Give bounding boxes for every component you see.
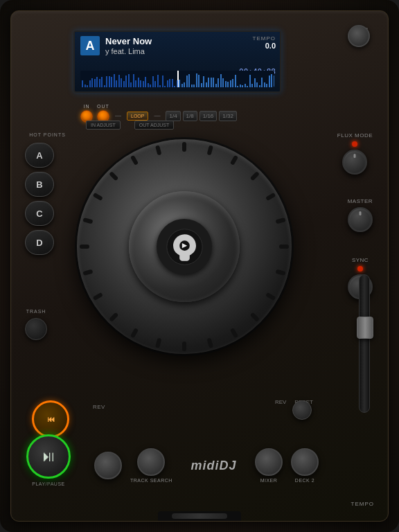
- track-search-knob-2[interactable]: [137, 448, 165, 476]
- main-panel: HELP A Never Now y feat. Lima TEMPO 0.0 …: [10, 10, 389, 522]
- hot-points-panel: HOT POINTS A B C D: [25, 132, 70, 259]
- fader-handle[interactable]: [357, 317, 373, 339]
- hot-point-d[interactable]: D: [25, 230, 54, 255]
- hot-point-a[interactable]: A: [25, 143, 54, 168]
- deck-label: A: [80, 36, 100, 55]
- in-group: IN: [80, 104, 93, 123]
- in-label: IN: [84, 104, 90, 109]
- bottom-grip: [158, 511, 241, 521]
- play-pause-container: PLAY/PAUSE: [26, 434, 71, 486]
- hot-point-c[interactable]: C: [25, 201, 54, 226]
- tempo-section: TEMPO 0.0: [253, 35, 276, 50]
- mixer-knob[interactable]: [255, 448, 283, 476]
- frac-1-4[interactable]: 1/4: [166, 111, 180, 121]
- master-knob[interactable]: [348, 207, 373, 232]
- track-search-group2: TRACK SEARCH: [130, 448, 172, 483]
- sync-label: SYNC: [352, 257, 369, 263]
- fraction-buttons: 1/4 1/8 1/16 1/32: [166, 111, 236, 121]
- deck2-knob[interactable]: [291, 448, 319, 476]
- track-search-label: TRACK SEARCH: [130, 478, 172, 483]
- track-title-line1: Never Now: [105, 36, 231, 47]
- trash-knob[interactable]: [25, 318, 47, 340]
- reset-knob[interactable]: [292, 400, 312, 420]
- frac-1-8[interactable]: 1/8: [183, 111, 197, 121]
- dj-controller: HELP A Never Now y feat. Lima TEMPO 0.0 …: [0, 0, 399, 532]
- loop-dash: —: [115, 112, 121, 119]
- sync-indicator: [357, 266, 363, 272]
- play-pause-label: PLAY/PAUSE: [26, 481, 71, 486]
- track-title-line2: y feat. Lima: [105, 47, 231, 56]
- frac-1-16[interactable]: 1/16: [200, 111, 218, 121]
- tempo-label-display: TEMPO: [253, 35, 276, 42]
- loop-btn[interactable]: LOOP: [127, 112, 148, 121]
- mididj-brand: midiDJ: [181, 459, 247, 473]
- trash-label: TRASH: [26, 309, 46, 314]
- flux-mode-section: FLUX MODE: [337, 132, 373, 177]
- mixer-label: MIXER: [260, 478, 278, 483]
- waveform-container: [80, 71, 274, 87]
- cue-button[interactable]: ⏮: [32, 400, 69, 438]
- dj-logo-icon: [166, 228, 204, 266]
- frac-1-32[interactable]: 1/32: [219, 111, 237, 121]
- master-label: MASTER: [348, 198, 373, 204]
- adjust-controls: IN ADJUST OUT ADJUST: [86, 121, 174, 130]
- flux-knob[interactable]: [342, 150, 367, 175]
- deck2-label: DECK 2: [295, 478, 314, 483]
- out-adjust-btn[interactable]: OUT ADJUST: [134, 121, 174, 130]
- jog-wheel[interactable]: [77, 139, 292, 354]
- out-group: OUT: [97, 104, 109, 123]
- hot-points-label: HOT POINTS: [25, 132, 70, 137]
- loop-dash2: —: [154, 112, 160, 119]
- hot-point-b[interactable]: B: [25, 172, 54, 197]
- fader-track: [359, 274, 370, 413]
- out-label: OUT: [97, 104, 109, 109]
- flux-indicator: [352, 141, 357, 147]
- track-search-group: [94, 452, 122, 479]
- cue-icon: ⏮: [47, 415, 54, 423]
- jog-inner-platter: [129, 191, 240, 302]
- track-search-knob-1[interactable]: [94, 452, 122, 479]
- tempo-value: 0.0: [253, 42, 276, 50]
- deck2-group: DECK 2: [291, 448, 319, 483]
- rev-left-area: REV: [93, 399, 105, 411]
- grip-inner: [172, 513, 227, 519]
- rev-left-label: REV: [93, 404, 105, 410]
- bottom-row: TRACK SEARCH midiDJ MIXER DECK 2: [94, 448, 319, 483]
- jog-wheel-container: [70, 132, 299, 361]
- rev-right-label: REV: [275, 399, 286, 405]
- tempo-label-bottom: TEMPO: [351, 501, 374, 507]
- mixer-group: MIXER: [255, 448, 283, 483]
- play-pause-button[interactable]: [26, 434, 71, 479]
- in-adjust-btn[interactable]: IN ADJUST: [86, 121, 121, 130]
- master-section: MASTER: [348, 198, 373, 235]
- help-knob[interactable]: [348, 25, 370, 47]
- display-screen: A Never Now y feat. Lima TEMPO 0.0 00:40…: [73, 30, 281, 93]
- cue-btn-container: ⏮: [32, 400, 69, 438]
- track-info: Never Now y feat. Lima: [105, 36, 231, 56]
- flux-label: FLUX MODE: [337, 132, 373, 139]
- trash-section: TRASH: [25, 309, 47, 340]
- jog-center-logo: [157, 219, 212, 274]
